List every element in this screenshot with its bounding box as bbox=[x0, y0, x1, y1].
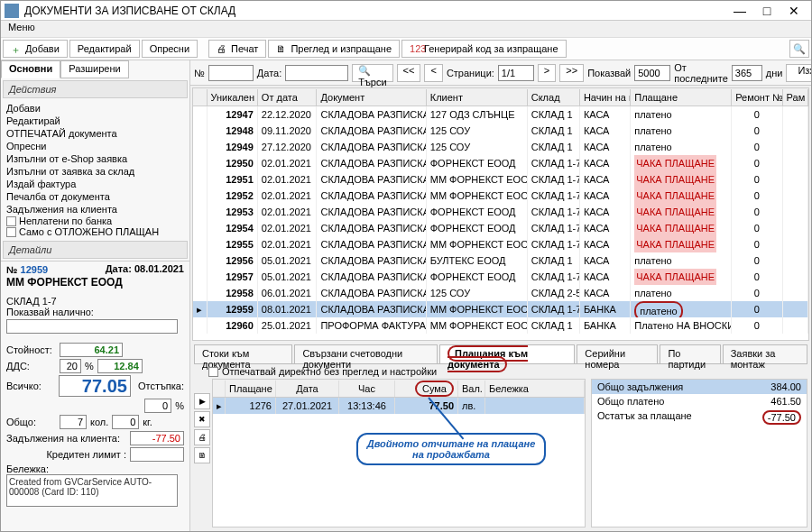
menubar[interactable]: Меню bbox=[1, 21, 811, 37]
qty-input[interactable] bbox=[60, 415, 87, 429]
preview-icon: 🗎 bbox=[276, 43, 287, 54]
direct-print-check[interactable]: Отпечатвай директно без преглед и настро… bbox=[190, 364, 811, 379]
action-stock-req[interactable]: Изпълни от заявка за склад bbox=[6, 165, 184, 178]
discount-input[interactable] bbox=[144, 399, 171, 413]
page-next[interactable]: > bbox=[538, 64, 556, 82]
toolbar: ＋Добави Редактирай Опресни 🖨Печат 🗎Прегл… bbox=[1, 37, 811, 60]
action-refresh[interactable]: Опресни bbox=[6, 140, 184, 152]
check-unpaid-bank[interactable]: Неплатени по банка bbox=[6, 216, 184, 226]
weight-input[interactable] bbox=[112, 415, 139, 429]
app-window: ДОКУМЕНТИ ЗА ИЗПИСВАНЕ ОТ СКЛАД — □ ✕ Ме… bbox=[0, 0, 812, 532]
maximize-button[interactable]: □ bbox=[753, 2, 780, 20]
table-row[interactable]: 1295705.01.2021СКЛАДОВА РАЗПИСКАФОРНЕКСТ… bbox=[193, 269, 808, 285]
toolbar-refresh[interactable]: Опресни bbox=[142, 40, 198, 58]
vat-input[interactable] bbox=[97, 359, 143, 373]
stock-input[interactable] bbox=[6, 319, 178, 334]
menu-item[interactable]: Меню bbox=[8, 22, 35, 32]
tab-payments[interactable]: Плащания към документа bbox=[439, 344, 575, 363]
table-row[interactable]: 1294927.12.2020СКЛАДОВА РАЗПИСКА125 СОУС… bbox=[193, 139, 808, 155]
detail-date: 08.01.2021 bbox=[134, 263, 184, 274]
table-row[interactable]: 1295806.01.2021СКЛАДОВА РАЗПИСКА125 СОУС… bbox=[193, 285, 808, 301]
action-profit[interactable]: Печалба от документа bbox=[6, 190, 184, 203]
filter-date[interactable] bbox=[285, 65, 348, 81]
tab-install-req[interactable]: Заявки за монтаж bbox=[723, 344, 807, 363]
plus-icon: ＋ bbox=[11, 43, 22, 54]
checkbox-icon bbox=[208, 367, 218, 377]
action-client-debt[interactable]: Задължения на клиента bbox=[6, 203, 184, 216]
tab-batches[interactable]: По партиди bbox=[660, 344, 720, 363]
detail-tabs: Стоки към документа Свързани счетоводни … bbox=[194, 344, 807, 364]
search-button[interactable]: 🔍 Търси bbox=[352, 64, 392, 82]
check-show-stock[interactable]: Показвай налично: bbox=[6, 307, 184, 317]
table-row[interactable]: 1295102.01.2021СКЛАДОВА РАЗПИСКАММ ФОРНЕ… bbox=[193, 171, 808, 188]
note-textarea[interactable]: Created from GVCarService AUTO-000008 (C… bbox=[6, 474, 178, 507]
filter-bar: № Дата: 🔍 Търси << < Страници: > >> Пока… bbox=[190, 60, 811, 86]
pay-doc-button[interactable]: 🗎 bbox=[194, 447, 210, 463]
left-tab-main[interactable]: Основни bbox=[1, 60, 60, 78]
pay-print-button[interactable]: 🖨 bbox=[194, 429, 210, 445]
table-row[interactable]: 1295202.01.2021СКЛАДОВА РАЗПИСКАММ ФОРНЕ… bbox=[193, 188, 808, 204]
window-title: ДОКУМЕНТИ ЗА ИЗПИСВАНЕ ОТ СКЛАД bbox=[24, 5, 235, 17]
details-header: Детайли bbox=[3, 241, 188, 259]
filter-no[interactable] bbox=[208, 65, 254, 81]
code-icon: 123 bbox=[410, 43, 420, 54]
table-row[interactable]: 1296025.01.2021ПРОФОРМА ФАКТУРАММ ФОРНЕК… bbox=[193, 317, 808, 334]
close-button[interactable]: ✕ bbox=[780, 2, 807, 20]
checkbox-icon bbox=[6, 216, 16, 226]
action-invoice[interactable]: Издай фактура bbox=[6, 178, 184, 190]
table-row[interactable]: 1295502.01.2021СКЛАДОВА РАЗПИСКАММ ФОРНЕ… bbox=[193, 236, 808, 252]
value-input[interactable] bbox=[60, 343, 123, 357]
grid-header: Уникален № От дата Документ Клиент Склад… bbox=[193, 88, 808, 106]
vat-pct-input[interactable] bbox=[60, 359, 81, 373]
action-add[interactable]: Добави bbox=[6, 102, 184, 115]
table-row[interactable]: 1294809.11.2020СКЛАДОВА РАЗПИСКА125 СОУС… bbox=[193, 123, 808, 139]
left-panel: Основни Разширени Действия Добави Редакт… bbox=[1, 60, 190, 531]
table-row[interactable]: ▸1295908.01.2021СКЛАДОВА РАЗПИСКАММ ФОРН… bbox=[193, 301, 808, 317]
page-prev[interactable]: < bbox=[424, 64, 442, 82]
tab-serials[interactable]: Серийни номера bbox=[577, 344, 658, 363]
tab-items[interactable]: Стоки към документа bbox=[194, 344, 292, 363]
toolbar-preview[interactable]: 🗎Преглед и изпращане bbox=[268, 40, 400, 58]
table-row[interactable]: 1295002.01.2021СКЛАДОВА РАЗПИСКАФОРНЕКСТ… bbox=[193, 155, 808, 171]
toolbar-add[interactable]: ＋Добави bbox=[3, 40, 68, 58]
show-input[interactable] bbox=[634, 65, 670, 81]
action-print-doc[interactable]: ОТПЕЧАТАЙ документа bbox=[6, 127, 184, 140]
total-input[interactable] bbox=[59, 375, 131, 397]
total-remaining: -77.50 bbox=[738, 410, 801, 425]
tab-accounting[interactable]: Свързани счетоводни документи bbox=[294, 344, 438, 363]
detail-warehouse: СКЛАД 1-7 bbox=[6, 296, 184, 307]
total-due: 384.00 bbox=[738, 381, 801, 392]
exit-button[interactable]: Изход bbox=[786, 64, 811, 82]
table-row[interactable]: 1295605.01.2021СКЛАДОВА РАЗПИСКАБУЛТЕКС … bbox=[193, 252, 808, 269]
last-input[interactable] bbox=[732, 65, 762, 81]
page-first[interactable]: << bbox=[397, 64, 421, 82]
toolbar-print[interactable]: 🖨Печат bbox=[208, 40, 266, 58]
toolbar-edit[interactable]: Редактирай bbox=[69, 40, 140, 58]
titlebar: ДОКУМЕНТИ ЗА ИЗПИСВАНЕ ОТ СКЛАД — □ ✕ bbox=[1, 1, 811, 21]
right-panel: № Дата: 🔍 Търси << < Страници: > >> Пока… bbox=[190, 60, 811, 531]
minimize-button[interactable]: — bbox=[726, 2, 753, 20]
bottom-area: ▶ ✖ 🖨 🗎 Плащане ID Дата Час Сума Вал. Бе… bbox=[194, 379, 807, 527]
printer-icon: 🖨 bbox=[217, 43, 227, 54]
payment-row[interactable]: ▸ 1276 27.01.2021 13:13:46 77.50 лв. bbox=[213, 398, 585, 414]
page-last[interactable]: >> bbox=[559, 64, 584, 82]
table-row[interactable]: 1295402.01.2021СКЛАДОВА РАЗПИСКАФОРНЕКСТ… bbox=[193, 220, 808, 236]
due-input[interactable] bbox=[130, 431, 184, 445]
left-tab-extended[interactable]: Разширени bbox=[60, 60, 128, 78]
toolbar-search-icon[interactable]: 🔍 bbox=[789, 40, 809, 58]
toolbar-gencode[interactable]: 123Генерирай код за изпращане bbox=[401, 40, 566, 58]
action-eshop[interactable]: Изпълни от e-Shop заявка bbox=[6, 152, 184, 165]
pay-add-button[interactable]: ▶ bbox=[194, 393, 210, 409]
detail-client: ММ ФОРНЕКСТ ЕООД bbox=[6, 276, 184, 289]
page-input[interactable] bbox=[498, 65, 534, 81]
check-deferred[interactable]: Само с ОТЛОЖЕНО ПЛАЩАН bbox=[6, 226, 184, 237]
action-edit[interactable]: Редактирай bbox=[6, 115, 184, 127]
main-grid[interactable]: Уникален № От дата Документ Клиент Склад… bbox=[192, 87, 809, 341]
table-row[interactable]: 1295302.01.2021СКЛАДОВА РАЗПИСКАФОРНЕКСТ… bbox=[193, 204, 808, 220]
payment-toolbar: ▶ ✖ 🖨 🗎 bbox=[194, 379, 212, 527]
detail-doc-no: 12959 bbox=[21, 264, 49, 275]
total-paid: 461.50 bbox=[738, 396, 801, 407]
pay-del-button[interactable]: ✖ bbox=[194, 411, 210, 427]
table-row[interactable]: 1294722.12.2020СКЛАДОВА РАЗПИСКА127 ОДЗ … bbox=[193, 106, 808, 123]
credit-input[interactable] bbox=[130, 447, 184, 462]
